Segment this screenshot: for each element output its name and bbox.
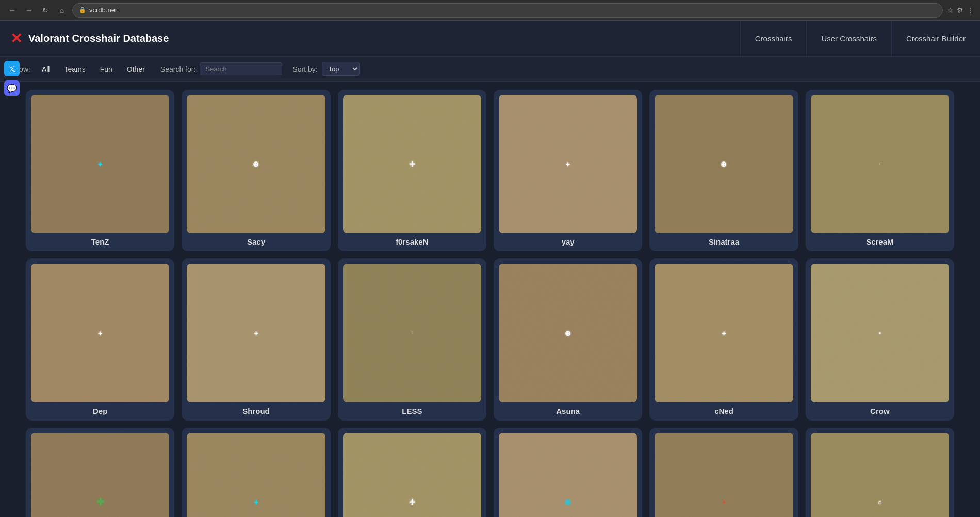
crosshair-grid: +TenZ⊕Sacy✛f0rsakeN+yay⊕Sinatraa·ScreaM+… (0, 82, 980, 517)
logo-icon: ✕ (10, 30, 22, 47)
crosshair-preview: ⊕ (655, 95, 793, 233)
crosshair-name: Crow (870, 407, 890, 415)
crosshair-name: cNed (714, 407, 733, 415)
crosshair-symbol: + (254, 498, 258, 506)
nav-crosshair-builder[interactable]: Crosshair Builder (891, 21, 980, 56)
crosshair-preview: ⊕ (499, 264, 637, 402)
crosshair-symbol: ⊕ (565, 498, 571, 506)
crosshair-card[interactable]: ⊕Sinatraa (649, 90, 798, 251)
nav-crosshairs[interactable]: Crosshairs (740, 21, 807, 56)
menu-icon[interactable]: ⋮ (967, 6, 974, 14)
extensions-icon[interactable]: ⚙ (957, 6, 963, 14)
sort-select[interactable]: Top New Name (322, 62, 360, 76)
crosshair-card[interactable]: +Cryo (182, 428, 330, 517)
crosshair-preview: ⊕ (187, 95, 325, 233)
crosshair-card[interactable]: ⊕Asuna (494, 258, 642, 420)
crosshair-preview: ● (655, 433, 793, 517)
app-header: ✕ Valorant Crosshair Database Crosshairs… (0, 21, 980, 57)
crosshair-preview: + (655, 264, 793, 402)
crosshair-card[interactable]: ✛nAts (338, 428, 486, 517)
sort-label: Sort by: (292, 65, 317, 73)
crosshair-symbol: ○ (878, 498, 882, 506)
crosshair-card[interactable]: ·ScreaM (806, 90, 954, 251)
crosshair-card[interactable]: +yay (494, 90, 642, 251)
twitter-icon[interactable]: 𝕏 (4, 61, 20, 76)
crosshair-name: LESS (402, 407, 422, 415)
app-title: Valorant Crosshair Database (28, 33, 169, 44)
app-logo: ✕ Valorant Crosshair Database (10, 30, 169, 47)
crosshair-symbol: + (566, 160, 570, 168)
header-nav: Crosshairs User Crosshairs Crosshair Bui… (740, 21, 980, 56)
crosshair-card[interactable]: +Shroud (182, 258, 330, 420)
back-button[interactable]: ← (6, 4, 19, 17)
crosshair-preview: ✛ (343, 95, 481, 233)
crosshair-symbol: · (412, 331, 413, 335)
crosshair-symbol: ✛ (409, 160, 415, 168)
crosshair-card[interactable]: ⊕Jinggg (494, 428, 642, 517)
crosshair-preview: ⊕ (499, 433, 637, 517)
crosshair-preview: · (343, 264, 481, 402)
crosshair-preview: · (811, 95, 949, 233)
crosshair-name: yay (562, 237, 575, 246)
crosshair-card[interactable]: ○Lakia (806, 428, 954, 517)
reload-button[interactable]: ↻ (39, 4, 52, 17)
browser-chrome: ← → ↻ ⌂ 🔒 vcrdb.net ☆ ⚙ ⋮ (0, 0, 980, 21)
filter-bar: Show: All Teams Fun Other Search for: So… (0, 57, 980, 82)
nav-user-crosshairs[interactable]: User Crosshairs (806, 21, 891, 56)
crosshair-preview: ● (811, 264, 949, 402)
crosshair-symbol: + (98, 330, 102, 337)
crosshair-symbol: ⊕ (253, 160, 259, 168)
crosshair-card[interactable]: +Dep (26, 258, 174, 420)
crosshair-symbol: + (722, 330, 726, 337)
sidebar: 𝕏 💬 (0, 57, 21, 100)
discord-icon[interactable]: 💬 (4, 80, 20, 96)
crosshair-preview: ○ (811, 433, 949, 517)
crosshair-card[interactable]: ●Crow (806, 258, 954, 420)
crosshair-symbol: ✛ (96, 497, 104, 507)
crosshair-card[interactable]: ●Koldamenta (649, 428, 798, 517)
home-button[interactable]: ⌂ (56, 4, 68, 17)
crosshair-symbol: + (98, 160, 102, 168)
filter-all[interactable]: All (37, 63, 55, 75)
search-input[interactable] (200, 62, 282, 75)
crosshair-symbol: ● (878, 331, 881, 335)
crosshair-card[interactable]: ✛ShahZaM (26, 428, 174, 517)
crosshair-preview: + (187, 433, 325, 517)
crosshair-preview: ✛ (343, 433, 481, 517)
crosshair-name: Asuna (556, 407, 580, 415)
crosshair-name: Sacy (247, 237, 265, 246)
crosshair-card[interactable]: +TenZ (26, 90, 174, 251)
crosshair-preview: + (31, 264, 169, 402)
crosshair-card[interactable]: +cNed (649, 258, 798, 420)
crosshair-preview: + (31, 95, 169, 233)
browser-actions: ☆ ⚙ ⋮ (947, 6, 974, 14)
filter-teams[interactable]: Teams (59, 63, 90, 75)
crosshair-symbol: + (254, 330, 258, 337)
crosshair-name: Shroud (242, 407, 270, 415)
address-bar[interactable]: 🔒 vcrdb.net (72, 3, 943, 18)
crosshair-preview: ✛ (31, 433, 169, 517)
crosshair-symbol: ✛ (409, 498, 415, 506)
crosshair-name: TenZ (91, 237, 109, 246)
crosshair-card[interactable]: ⊕Sacy (182, 90, 330, 251)
crosshair-name: Sinatraa (709, 237, 739, 246)
crosshair-symbol: ⊕ (721, 160, 727, 168)
crosshair-name: f0rsakeN (396, 237, 428, 246)
crosshair-card[interactable]: ✛f0rsakeN (338, 90, 486, 251)
search-label: Search for: (160, 65, 195, 73)
crosshair-preview: + (187, 264, 325, 402)
crosshair-name: Dep (93, 407, 107, 415)
crosshair-card[interactable]: ·LESS (338, 258, 486, 420)
crosshair-symbol: ● (723, 500, 725, 504)
filter-fun[interactable]: Fun (95, 63, 118, 75)
crosshair-symbol: · (879, 162, 880, 166)
crosshair-name: ScreaM (866, 237, 893, 246)
url-text: vcrdb.net (89, 6, 117, 14)
bookmark-icon[interactable]: ☆ (947, 6, 954, 14)
lock-icon: 🔒 (79, 7, 86, 13)
filter-other[interactable]: Other (122, 63, 150, 75)
crosshair-symbol: ⊕ (565, 330, 571, 337)
crosshair-preview: + (499, 95, 637, 233)
forward-button[interactable]: → (23, 4, 35, 17)
